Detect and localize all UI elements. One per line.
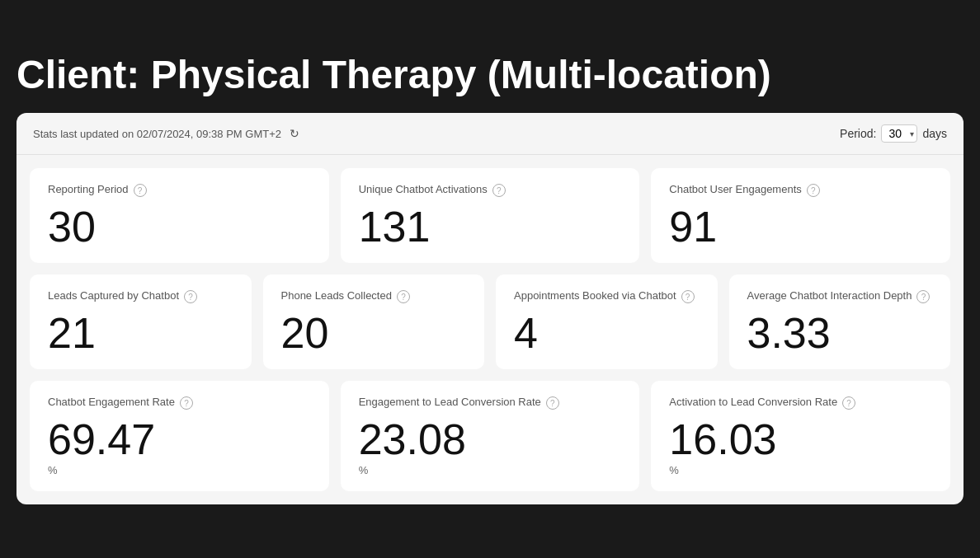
metric-card-leads-captured: Leads Captured by Chatbot ? 21 <box>30 274 252 369</box>
metric-header: Phone Leads Collected ? <box>281 289 467 303</box>
metric-value-user-engagements: 91 <box>669 205 717 248</box>
metrics-row-2: Leads Captured by Chatbot ? 21 Phone Lea… <box>30 274 950 369</box>
metric-value-interaction-depth: 3.33 <box>747 312 831 354</box>
help-icon-engagement-lead[interactable]: ? <box>546 396 559 410</box>
metric-card-activation-lead: Activation to Lead Conversion Rate ? 16.… <box>651 381 950 491</box>
period-label: Period: <box>840 127 876 140</box>
metric-value-wrap: 131 <box>359 205 622 248</box>
metric-label-user-engagements: Chatbot User Engagements <box>669 183 801 197</box>
metric-card-engagement-rate: Chatbot Engagement Rate ? 69.47 % <box>30 381 329 491</box>
period-dropdown[interactable]: 30 7 14 60 90 <box>881 124 917 143</box>
dashboard-header: Stats last updated on 02/07/2024, 09:38 … <box>16 113 964 155</box>
metric-card-reporting-period: Reporting Period ? 30 <box>30 168 329 263</box>
metric-header: Chatbot Engagement Rate ? <box>48 396 311 410</box>
metric-label-appointments: Appointments Booked via Chatbot <box>514 289 676 303</box>
metric-header: Unique Chatbot Activations ? <box>359 183 622 197</box>
help-icon-appointments[interactable]: ? <box>681 290 695 303</box>
page-title: Client: Physical Therapy (Multi-location… <box>16 54 964 97</box>
period-selector: Period: 30 7 14 60 90 days <box>840 124 947 143</box>
metric-value-unique-activations: 131 <box>359 205 431 248</box>
metric-value-wrap: 20 <box>281 312 467 354</box>
metric-value-wrap: 91 <box>669 205 932 248</box>
metric-card-appointments: Appointments Booked via Chatbot ? 4 <box>496 274 718 369</box>
metrics-grid: Reporting Period ? 30 Unique Chatbot Act… <box>16 155 964 504</box>
metric-unit-engagement-rate: % <box>48 464 58 476</box>
metric-value-wrap: 69.47 % <box>48 418 311 476</box>
metric-value-reporting-period: 30 <box>48 205 96 248</box>
stats-update-text: Stats last updated on 02/07/2024, 09:38 … <box>33 128 281 140</box>
help-icon-interaction-depth[interactable]: ? <box>916 290 930 303</box>
metric-header: Reporting Period ? <box>48 183 311 197</box>
metric-header: Chatbot User Engagements ? <box>669 183 932 197</box>
metric-header: Leads Captured by Chatbot ? <box>48 289 233 303</box>
metric-value-wrap: 30 <box>48 205 311 248</box>
metric-card-interaction-depth: Average Chatbot Interaction Depth ? 3.33 <box>729 274 951 369</box>
metric-header: Average Chatbot Interaction Depth ? <box>747 289 933 303</box>
metric-value-wrap: 23.08 % <box>359 418 622 476</box>
metric-card-user-engagements: Chatbot User Engagements ? 91 <box>651 168 950 263</box>
metric-label-engagement-rate: Chatbot Engagement Rate <box>48 396 175 410</box>
dashboard-card: Stats last updated on 02/07/2024, 09:38 … <box>16 113 964 504</box>
metric-value-activation-lead: 16.03 <box>669 418 776 461</box>
metric-card-engagement-lead: Engagement to Lead Conversion Rate ? 23.… <box>341 381 640 491</box>
metric-card-phone-leads: Phone Leads Collected ? 20 <box>263 274 485 369</box>
metric-label-phone-leads: Phone Leads Collected <box>281 289 392 303</box>
metric-value-appointments: 4 <box>514 312 538 354</box>
metric-label-engagement-lead: Engagement to Lead Conversion Rate <box>359 396 541 410</box>
metric-header: Activation to Lead Conversion Rate ? <box>669 396 932 410</box>
metric-header: Appointments Booked via Chatbot ? <box>514 289 700 303</box>
metric-value-engagement-lead: 23.08 <box>359 418 466 461</box>
help-icon-reporting-period[interactable]: ? <box>134 184 147 197</box>
metric-label-reporting-period: Reporting Period <box>48 183 129 197</box>
help-icon-leads-captured[interactable]: ? <box>184 290 197 303</box>
metric-card-unique-activations: Unique Chatbot Activations ? 131 <box>341 168 640 263</box>
help-icon-unique-activations[interactable]: ? <box>492 184 506 197</box>
metric-unit-engagement-lead: % <box>359 464 369 476</box>
metric-header: Engagement to Lead Conversion Rate ? <box>359 396 622 410</box>
metric-unit-activation-lead: % <box>669 464 679 476</box>
metric-value-phone-leads: 20 <box>281 312 329 354</box>
metric-label-interaction-depth: Average Chatbot Interaction Depth <box>747 289 912 303</box>
metric-value-wrap: 4 <box>514 312 700 354</box>
metric-label-unique-activations: Unique Chatbot Activations <box>359 183 488 197</box>
period-dropdown-wrap[interactable]: 30 7 14 60 90 <box>881 124 917 143</box>
help-icon-engagement-rate[interactable]: ? <box>180 396 193 410</box>
help-icon-phone-leads[interactable]: ? <box>397 290 410 303</box>
metrics-row-1: Reporting Period ? 30 Unique Chatbot Act… <box>30 168 950 263</box>
metric-value-wrap: 3.33 <box>747 312 933 354</box>
refresh-icon[interactable]: ↻ <box>290 127 299 140</box>
metrics-row-3: Chatbot Engagement Rate ? 69.47 % Engage… <box>30 381 950 491</box>
metric-label-leads-captured: Leads Captured by Chatbot <box>48 289 179 303</box>
metric-label-activation-lead: Activation to Lead Conversion Rate <box>669 396 837 410</box>
help-icon-activation-lead[interactable]: ? <box>842 396 855 410</box>
metric-value-wrap: 16.03 % <box>669 418 932 476</box>
stats-update-info: Stats last updated on 02/07/2024, 09:38 … <box>33 126 299 141</box>
metric-value-leads-captured: 21 <box>48 312 96 354</box>
metric-value-wrap: 21 <box>48 312 233 354</box>
outer-container: Client: Physical Therapy (Multi-location… <box>16 37 964 522</box>
days-label: days <box>922 127 947 140</box>
metric-value-engagement-rate: 69.47 <box>48 418 155 461</box>
help-icon-user-engagements[interactable]: ? <box>807 184 820 197</box>
